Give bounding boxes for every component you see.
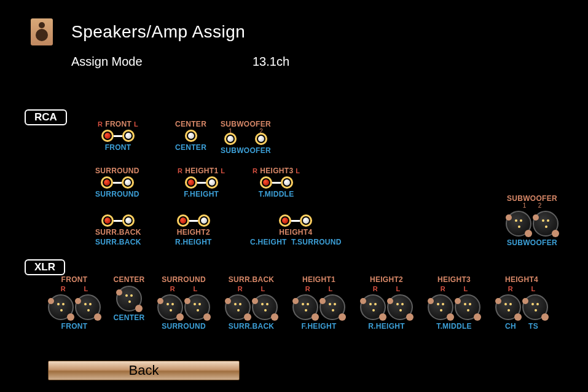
rca-jack-white xyxy=(224,133,237,145)
xlr-group-4: HEIGHT1RLF.HEIGHT xyxy=(288,275,350,331)
xlr-group-5: HEIGHT2RLR.HEIGHT xyxy=(355,275,418,331)
header: Speakers/Amp Assign xyxy=(0,0,588,45)
rca-surround: SURROUND SURROUND xyxy=(95,167,139,198)
xlr-jack xyxy=(455,294,480,320)
page-title: Speakers/Amp Assign xyxy=(71,22,245,42)
xlr-jack xyxy=(157,294,183,320)
xlr-group-7: HEIGHT4RLCHTS xyxy=(490,275,553,331)
xlr-subwoofer-right: SUBWOOFER 12 SUBWOOFER xyxy=(506,194,559,247)
assign-mode-value: 13.1ch xyxy=(253,55,289,69)
xlr-section-label: XLR xyxy=(25,259,65,275)
speaker-icon xyxy=(31,18,53,45)
rca-jack-white xyxy=(255,133,267,145)
rca-front: RFRONTL FRONT xyxy=(95,120,141,152)
rca-subwoofer: SUBWOOFER 12 SUBWOOFER xyxy=(215,120,276,155)
rca-height2: HEIGHT2 R.HEIGHT xyxy=(175,213,212,246)
rca-surrback: SURR.BACK SURR.BACK xyxy=(95,213,141,246)
xlr-jack xyxy=(428,294,453,320)
xlr-jack xyxy=(495,294,521,320)
xlr-group-3: SURR.BACKRLSURR.BACK xyxy=(220,275,283,331)
xlr-jack xyxy=(533,211,559,237)
xlr-jack xyxy=(292,294,318,320)
rca-section-label: RCA xyxy=(25,109,67,125)
rca-height3: RHEIGHT3L T.MIDDLE xyxy=(250,167,302,198)
rca-jack-white xyxy=(185,130,197,142)
xlr-jack xyxy=(225,294,251,320)
rca-jack-red xyxy=(101,130,114,142)
xlr-jack xyxy=(252,294,278,320)
xlr-jack xyxy=(319,294,345,320)
xlr-jack xyxy=(75,294,101,320)
xlr-jack xyxy=(522,294,548,320)
rca-center: CENTER CENTER xyxy=(175,120,206,152)
xlr-group-1: CENTERCENTER xyxy=(111,275,147,331)
xlr-group-6: HEIGHT3RLT.MIDDLE xyxy=(423,275,485,331)
rca-height4: HEIGHT4 C.HEIGHT T.SURROUND xyxy=(250,213,342,246)
assign-mode-label: Assign Mode xyxy=(71,55,253,69)
xlr-group-0: FRONTRLFRONT xyxy=(43,275,106,331)
rca-height1: RHEIGHT1L F.HEIGHT xyxy=(175,167,227,198)
rca-jack-white xyxy=(122,130,135,142)
xlr-group-2: SURROUNDRLSURROUND xyxy=(152,275,215,331)
xlr-jack xyxy=(48,294,74,320)
xlr-jack xyxy=(506,211,531,237)
xlr-jack xyxy=(116,286,142,312)
xlr-jack xyxy=(360,294,386,320)
back-button[interactable]: Back xyxy=(48,361,240,380)
xlr-jack xyxy=(387,294,413,320)
assign-mode-row[interactable]: Assign Mode 13.1ch xyxy=(0,45,588,69)
xlr-jack xyxy=(184,294,210,320)
xlr-row: FRONTRLFRONTCENTERCENTERSURROUNDRLSURROU… xyxy=(43,275,553,331)
